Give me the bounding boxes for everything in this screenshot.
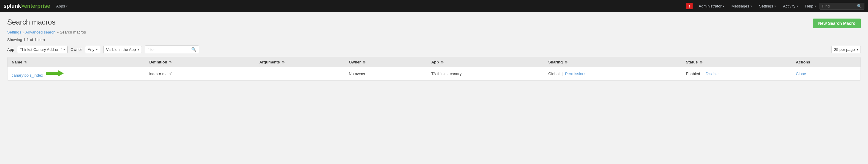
app-filter-select[interactable]: Thinkst Canary Add-on f ▾ — [17, 46, 67, 53]
logo[interactable]: splunk>enterprise — [4, 3, 50, 9]
sort-icon: ⇅ — [363, 61, 366, 64]
nav-apps[interactable]: Apps ▾ — [53, 0, 71, 12]
results-table-wrap: Name ⇅ Definition ⇅ Arguments ⇅ Owner ⇅ — [7, 57, 861, 80]
search-icon: 🔍 — [857, 4, 862, 8]
col-header-arguments[interactable]: Arguments ⇅ — [255, 57, 344, 67]
page-title-wrap: Search macros — [7, 18, 55, 26]
col-header-owner[interactable]: Owner ⇅ — [344, 57, 427, 67]
chevron-down-icon: ▾ — [797, 4, 798, 8]
chevron-down-icon: ▾ — [814, 4, 816, 8]
visibility-filter-value: Visible in the App — [106, 47, 136, 52]
nav-administrator[interactable]: Administrator ▾ — [695, 0, 728, 12]
nav-messages[interactable]: Messages ▾ — [728, 0, 755, 12]
nav-activity[interactable]: Activity ▾ — [779, 0, 802, 12]
chevron-down-icon: ▾ — [750, 4, 752, 8]
app-filter-label: App — [7, 47, 14, 52]
chevron-down-icon: ▾ — [723, 4, 724, 8]
sort-icon: ⇅ — [24, 61, 27, 64]
cell-arguments — [255, 67, 344, 80]
search-icon: 🔍 — [191, 47, 196, 52]
showing-count: Showing 1-1 of 1 item — [7, 37, 861, 42]
cell-app: TA-thinkst-canary — [427, 67, 544, 80]
col-header-name[interactable]: Name ⇅ — [7, 57, 145, 67]
owner-filter-label: Owner — [71, 47, 82, 52]
breadcrumb-current: Search macros — [60, 30, 86, 34]
owner-filter-select[interactable]: Any ▾ — [85, 46, 100, 53]
table-row: canarytools_index index="main" — [7, 67, 861, 80]
cell-status: Enabled | Disable — [682, 67, 792, 80]
filter-input[interactable] — [148, 47, 189, 52]
col-header-sharing[interactable]: Sharing ⇅ — [544, 57, 682, 67]
col-header-definition[interactable]: Definition ⇅ — [145, 57, 255, 67]
breadcrumb: Settings » Advanced search » Search macr… — [7, 30, 861, 34]
filter-bar: App Thinkst Canary Add-on f ▾ Owner Any … — [7, 45, 861, 53]
per-page-wrap: 25 per page ▾ — [832, 46, 861, 53]
find-input[interactable] — [822, 4, 855, 8]
chevron-down-icon: ▾ — [66, 4, 68, 8]
logo-enterprise: enterprise — [24, 3, 50, 9]
arrow-indicator — [46, 70, 64, 77]
macro-name-link[interactable]: canarytools_index — [12, 73, 43, 77]
sort-icon: ⇅ — [565, 61, 567, 64]
chevron-down-icon: ▾ — [96, 48, 98, 51]
cell-actions: Clone — [792, 67, 861, 80]
sort-icon: ⇅ — [282, 61, 285, 64]
per-page-value: 25 per page — [834, 47, 855, 52]
app-filter-value: Thinkst Canary Add-on f — [20, 47, 61, 52]
sort-icon: ⇅ — [441, 61, 443, 64]
owner-filter-value: Any — [88, 47, 94, 52]
green-arrow-icon — [46, 70, 64, 77]
top-nav: splunk>enterprise Apps ▾ ! Administrator… — [0, 0, 868, 12]
chevron-down-icon: ▾ — [774, 4, 776, 8]
cell-sharing: Global | Permissions — [544, 67, 682, 80]
results-table: Name ⇅ Definition ⇅ Arguments ⇅ Owner ⇅ — [7, 57, 861, 80]
breadcrumb-settings-link[interactable]: Settings — [7, 30, 21, 34]
col-header-app[interactable]: App ⇅ — [427, 57, 544, 67]
sort-icon: ⇅ — [700, 61, 703, 64]
per-page-select[interactable]: 25 per page ▾ — [832, 46, 861, 53]
logo-arrow: > — [21, 3, 24, 9]
chevron-down-icon: ▾ — [63, 48, 65, 51]
col-header-actions: Actions — [792, 57, 861, 67]
breadcrumb-advanced-link[interactable]: Advanced search — [26, 30, 55, 34]
nav-alert-badge[interactable]: ! — [686, 3, 692, 9]
nav-settings[interactable]: Settings ▾ — [755, 0, 779, 12]
disable-link[interactable]: Disable — [706, 71, 719, 76]
sort-icon: ⇅ — [169, 61, 172, 64]
svg-marker-0 — [46, 70, 64, 77]
nav-help[interactable]: Help ▾ — [802, 0, 819, 12]
cell-owner: No owner — [344, 67, 427, 80]
chevron-down-icon: ▾ — [857, 48, 858, 51]
find-box[interactable]: 🔍 — [819, 3, 864, 9]
cell-definition: index="main" — [145, 67, 255, 80]
logo-splunk: splunk — [4, 3, 21, 9]
filter-input-wrap: 🔍 — [145, 45, 199, 53]
visibility-filter-select[interactable]: Visible in the App ▾ — [103, 46, 142, 53]
new-search-macro-button[interactable]: New Search Macro — [813, 19, 861, 28]
table-header-row: Name ⇅ Definition ⇅ Arguments ⇅ Owner ⇅ — [7, 57, 861, 67]
chevron-down-icon: ▾ — [138, 48, 139, 51]
clone-link[interactable]: Clone — [796, 71, 806, 76]
main-content: Search macros New Search Macro Settings … — [0, 12, 868, 164]
col-header-status[interactable]: Status ⇅ — [682, 57, 792, 67]
permissions-link[interactable]: Permissions — [565, 71, 586, 76]
page-header: Search macros New Search Macro — [7, 18, 861, 28]
cell-name: canarytools_index — [7, 67, 145, 80]
page-title: Search macros — [7, 18, 55, 26]
